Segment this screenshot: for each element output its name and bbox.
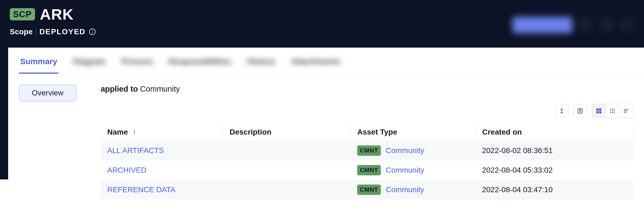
row-name-link[interactable]: ALL ARTIFACTS [107, 146, 164, 155]
column-header-created-on[interactable]: Created on [476, 123, 633, 141]
view-mode-group [592, 104, 633, 118]
row-name-link[interactable]: REFERENCE DATA [107, 185, 175, 194]
primary-action-button[interactable] [513, 17, 572, 33]
tab-bar: Summary Diagram Process Responsibilities… [8, 48, 644, 74]
tab-diagram[interactable]: Diagram [72, 54, 107, 73]
table-row: REFERENCE DATA CMNT Community 2022-08-04… [101, 180, 633, 200]
svg-point-13 [614, 109, 615, 110]
sidebar-item-overview[interactable]: Overview [19, 85, 76, 101]
expand-vertical-icon [559, 108, 565, 114]
applied-to-heading: applied to Community [101, 85, 633, 94]
tab-history[interactable]: History [246, 54, 276, 73]
list-detail-button[interactable] [573, 104, 587, 118]
svg-point-16 [614, 110, 615, 111]
info-icon[interactable] [89, 28, 96, 35]
header-actions-blurred [513, 17, 634, 33]
dots-view-button[interactable] [606, 104, 619, 118]
asset-type-link[interactable]: Community [386, 185, 424, 194]
svg-point-11 [610, 109, 611, 110]
header-icon-3[interactable] [620, 18, 634, 32]
svg-rect-8 [599, 109, 601, 110]
svg-point-14 [610, 110, 611, 111]
svg-point-19 [614, 112, 615, 113]
tab-process[interactable]: Process [120, 54, 154, 73]
asset-type-link[interactable]: Community [386, 166, 424, 175]
data-table: Name ↑ Description Asset Type Created on… [101, 123, 633, 200]
asset-type-link[interactable]: Community [386, 146, 424, 155]
svg-rect-7 [596, 109, 598, 110]
svg-point-18 [612, 112, 613, 113]
svg-point-17 [610, 112, 611, 113]
asset-type-badge: CMNT [357, 185, 381, 195]
page-title: ARK [40, 5, 74, 23]
row-description [223, 141, 351, 160]
row-description [223, 160, 351, 180]
scope-label: Scope [10, 27, 33, 36]
dots-grid-icon [610, 108, 615, 114]
header-icon-1[interactable] [579, 18, 593, 32]
row-created-on: 2022-08-02 08:36:51 [476, 141, 633, 160]
grid-icon [596, 108, 602, 114]
tab-summary[interactable]: Summary [19, 54, 58, 74]
tab-attachments[interactable]: Attachments [290, 54, 341, 73]
page-header: SCP ARK Scope DEPLOYED [0, 0, 644, 48]
divider [36, 28, 36, 36]
grid-view-button[interactable] [592, 104, 606, 118]
lines-icon [623, 108, 629, 114]
asset-type-badge: CMNT [357, 165, 381, 175]
list-detail-icon [577, 108, 583, 114]
svg-point-15 [612, 110, 613, 111]
column-header-asset-type[interactable]: Asset Type [351, 123, 476, 141]
table-row: ARCHIVED CMNT Community 2022-08-04 05:33… [101, 160, 633, 180]
scope-type-badge: SCP [10, 8, 35, 20]
table-row: ALL ARTIFACTS CMNT Community 2022-08-02 … [101, 141, 633, 160]
asset-type-badge: CMNT [357, 145, 381, 156]
svg-point-2 [92, 30, 93, 31]
lines-view-button[interactable] [619, 104, 633, 118]
header-icon-2[interactable] [599, 18, 614, 32]
svg-rect-10 [599, 111, 601, 113]
sort-ascending-icon: ↑ [133, 129, 136, 136]
column-header-description[interactable]: Description [223, 123, 351, 141]
content-panel: Summary Diagram Process Responsibilities… [8, 48, 644, 224]
column-name-label: Name [107, 128, 128, 136]
table-header-row: Name ↑ Description Asset Type Created on [101, 123, 633, 141]
row-name-link[interactable]: ARCHIVED [107, 166, 147, 174]
svg-rect-9 [596, 111, 598, 113]
expand-collapse-button[interactable] [555, 104, 568, 118]
tab-responsibilities[interactable]: Responsibilities [168, 54, 233, 73]
row-created-on: 2022-08-04 05:33:02 [476, 160, 633, 180]
row-created-on: 2022-08-04 03:47:10 [476, 180, 633, 200]
svg-point-12 [612, 109, 613, 110]
column-header-name[interactable]: Name ↑ [101, 123, 223, 141]
row-description [223, 180, 351, 200]
applied-to-label: applied to [101, 85, 138, 93]
status-badge: DEPLOYED [39, 27, 96, 36]
table-toolbar [101, 104, 633, 118]
applied-to-value: Community [140, 85, 180, 93]
status-text: DEPLOYED [39, 27, 86, 36]
